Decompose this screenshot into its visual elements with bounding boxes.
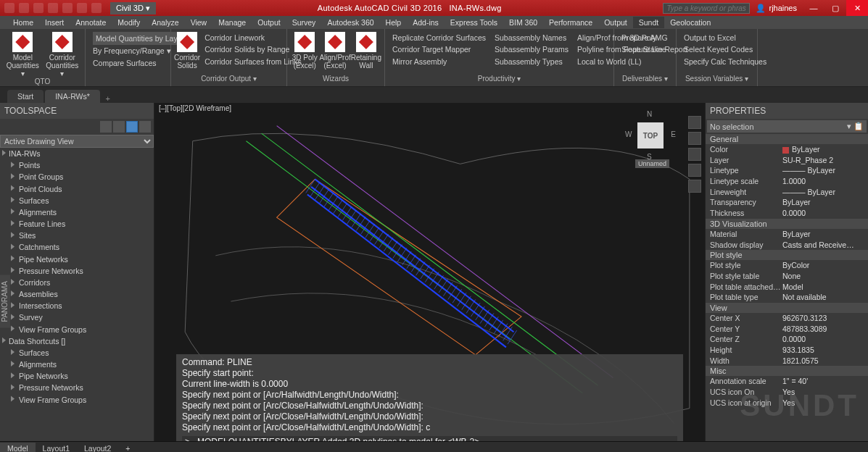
nav-orbit-icon[interactable]: [688, 164, 701, 177]
tree-node[interactable]: Feature Lines: [0, 218, 154, 230]
undo-icon[interactable]: [62, 3, 73, 13]
prop-row[interactable]: ColorByLayer: [706, 144, 868, 155]
ribbon-tab-view[interactable]: View: [185, 17, 213, 28]
open-icon[interactable]: [33, 3, 44, 13]
close-button[interactable]: ✕: [846, 0, 868, 16]
corridor-solids-button[interactable]: Corridor Solids: [174, 30, 200, 70]
ribbon-tab-geolocation[interactable]: Geolocation: [664, 17, 716, 28]
prop-row[interactable]: Thickness0.0000: [706, 208, 868, 219]
ribbon-tab-help[interactable]: Help: [380, 17, 408, 28]
productivity-item[interactable]: Replicate Corridor Surfaces: [392, 32, 486, 43]
ribbon-tab-insert[interactable]: Insert: [39, 17, 70, 28]
productivity-item[interactable]: Corridor Target Mapper: [392, 43, 486, 55]
drawing-viewport[interactable]: [–][Top][2D Wireframe] N S W E TOP Unnam…: [154, 103, 705, 441]
session-item[interactable]: Select Keyed Codes: [684, 43, 766, 55]
corridor-quantities-button[interactable]: Corridor Quantities▾: [43, 30, 83, 78]
tree-shortcut-node[interactable]: Surfaces: [0, 347, 154, 359]
tree-node[interactable]: Survey: [0, 311, 154, 323]
prop-section-header[interactable]: 3D Visualization: [706, 219, 868, 229]
save-icon[interactable]: [48, 3, 58, 13]
toolspace-btn-3[interactable]: [126, 121, 138, 133]
prop-row[interactable]: Plot table attached…Model: [706, 282, 868, 293]
ribbon-tab-modify[interactable]: Modify: [112, 17, 146, 28]
toolspace-view-select[interactable]: Active Drawing View: [0, 135, 154, 148]
tree-node[interactable]: Sites: [0, 230, 154, 241]
tree-node[interactable]: Intersections: [0, 300, 154, 311]
model-quantities-button[interactable]: Model Quantities▾: [3, 30, 43, 78]
productivity-item[interactable]: Subassembly Names: [495, 32, 569, 43]
tree-node[interactable]: Corridors: [0, 277, 154, 288]
viewcube-north[interactable]: N: [647, 110, 652, 118]
prop-row[interactable]: Width1821.0575: [706, 356, 868, 367]
layout-tab-layout2[interactable]: Layout2: [77, 443, 118, 452]
app-context-badge[interactable]: Civil 3D ▾: [110, 2, 156, 14]
viewcube-west[interactable]: W: [625, 130, 632, 138]
tree-data-shortcuts[interactable]: Data Shortcuts []: [0, 335, 154, 347]
nav-showmotion-icon[interactable]: [688, 180, 701, 193]
prop-row[interactable]: Center Z0.0000: [706, 334, 868, 345]
ribbon-tab-survey[interactable]: Survey: [286, 17, 322, 28]
print-icon[interactable]: [91, 3, 102, 13]
maximize-button[interactable]: ▢: [824, 0, 846, 16]
panel-title-corridor-output[interactable]: Corridor Output ▾: [174, 75, 284, 85]
viewcube-face[interactable]: TOP: [637, 122, 664, 148]
session-item[interactable]: Output to Excel: [684, 32, 766, 43]
layout-tab-layout1[interactable]: Layout1: [36, 443, 77, 452]
prop-row[interactable]: TransparencyByLayer: [706, 197, 868, 208]
layout-tab-add[interactable]: +: [118, 443, 137, 452]
minimize-button[interactable]: —: [803, 0, 824, 16]
prop-row[interactable]: MaterialByLayer: [706, 229, 868, 240]
tree-shortcut-node[interactable]: Alignments: [0, 359, 154, 370]
user-menu[interactable]: 👤 rjhaines: [750, 4, 803, 13]
ribbon-tab-bim-360[interactable]: BIM 360: [503, 17, 543, 28]
prop-section-header[interactable]: Plot style: [706, 250, 868, 260]
panorama-tab[interactable]: PANORAMA: [0, 275, 10, 328]
redo-icon[interactable]: [77, 3, 87, 13]
3d-poly-excel-button[interactable]: 3D Poly (Excel): [290, 30, 319, 70]
session-item[interactable]: Specify Calc Techniques: [684, 56, 766, 67]
ribbon-tab-sundt[interactable]: Sundt: [633, 17, 664, 28]
prop-row[interactable]: Lineweight——— ByLayer: [706, 187, 868, 198]
prop-row[interactable]: LayerSU-R_Phase 2: [706, 155, 868, 166]
prop-row[interactable]: Linetype——— ByLayer: [706, 165, 868, 176]
tree-node[interactable]: Point Groups: [0, 171, 154, 183]
viewcube-east[interactable]: E: [671, 130, 676, 138]
ribbon-tab-manage[interactable]: Manage: [212, 17, 252, 28]
prop-row[interactable]: Center X962670.3123: [706, 313, 868, 324]
nav-zoom-icon[interactable]: [688, 148, 701, 161]
tree-node[interactable]: View Frame Groups: [0, 324, 154, 335]
command-prompt[interactable]: >_ MODELQUANTITIESBYLAYER Added 3D polyl…: [182, 436, 677, 441]
panel-title-productivity[interactable]: Productivity ▾: [388, 75, 611, 85]
viewcube[interactable]: N S W E TOP Unnamed: [632, 117, 669, 154]
prop-row[interactable]: UCS icon at originYes: [706, 398, 868, 409]
toolspace-btn-1[interactable]: [100, 121, 112, 133]
ribbon-tab-annotate[interactable]: Annotate: [70, 17, 112, 28]
ribbon-tab-performance[interactable]: Performance: [543, 17, 598, 28]
tree-node[interactable]: Catchments: [0, 241, 154, 253]
nav-pan-icon[interactable]: [688, 132, 701, 145]
tree-node[interactable]: Point Clouds: [0, 183, 154, 195]
doc-tab-active[interactable]: INA-RWs*: [45, 90, 100, 103]
prop-row[interactable]: Height933.1835: [706, 345, 868, 356]
prop-row[interactable]: Center Y487883.3089: [706, 324, 868, 335]
tree-node[interactable]: Assemblies: [0, 288, 154, 300]
tree-node[interactable]: Pressure Networks: [0, 265, 154, 277]
tree-node[interactable]: Points: [0, 159, 154, 171]
tree-node[interactable]: Pipe Networks: [0, 254, 154, 265]
ribbon-tab-express-tools[interactable]: Express Tools: [445, 17, 503, 28]
ribbon-tab-output[interactable]: Output: [252, 17, 286, 28]
viewcube-ucs[interactable]: Unnamed: [635, 159, 669, 168]
prop-section-header[interactable]: General: [706, 134, 868, 144]
prop-row[interactable]: Plot table typeNot available: [706, 292, 868, 303]
tree-root[interactable]: INA-RWs: [0, 148, 154, 159]
ribbon-tab-analyze[interactable]: Analyze: [146, 17, 184, 28]
ribbon-tab-add-ins[interactable]: Add-ins: [407, 17, 445, 28]
tree-shortcut-node[interactable]: Pressure Networks: [0, 382, 154, 393]
tree-shortcut-node[interactable]: View Frame Groups: [0, 394, 154, 406]
layout-tab-model[interactable]: Model: [0, 443, 36, 452]
app-menu-icon[interactable]: [4, 3, 15, 13]
prop-row[interactable]: Plot style tableNone: [706, 271, 868, 282]
command-line[interactable]: Command: PLINESpecify start point:Curren…: [176, 354, 683, 441]
tree-node[interactable]: Surfaces: [0, 195, 154, 206]
doc-tab-start[interactable]: Start: [7, 90, 44, 103]
